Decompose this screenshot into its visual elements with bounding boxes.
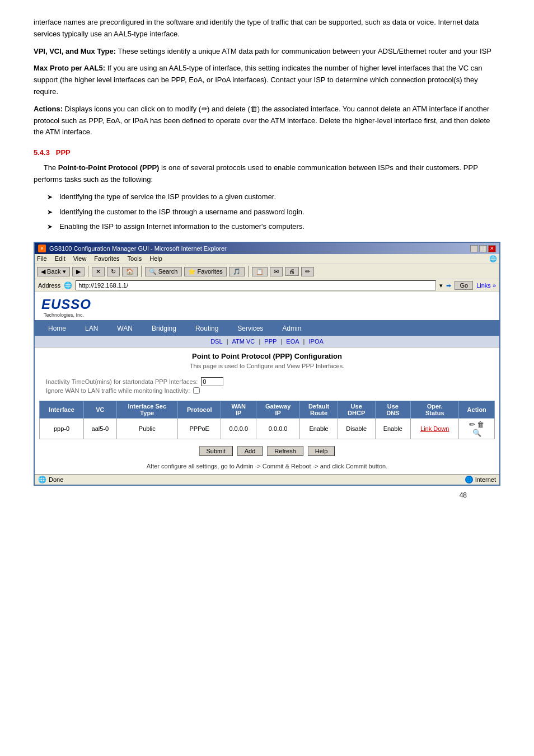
internet-zone: 🌐 Internet: [465, 476, 496, 483]
section-intro: The Point-to-Point Protocol (PPP) is one…: [34, 162, 500, 186]
col-wan-ip: WANIP: [221, 401, 256, 419]
browser-toolbar: ◀ Back ▾ ▶ ✕ ↻ 🏠 🔍 Search ⭐ Favorites 🎵 …: [35, 264, 499, 279]
cell-sec-type: Public: [116, 419, 177, 439]
go-button[interactable]: Go: [455, 281, 473, 290]
para4-rest: Displays icons you can click on to modif…: [34, 105, 490, 137]
bullet-arrow-icon: ➤: [47, 222, 53, 232]
paragraph-3: Max Proto per AAL5: If you are using an …: [34, 63, 500, 97]
menu-file[interactable]: File: [37, 255, 47, 262]
delete-action-button[interactable]: 🗑: [477, 420, 484, 429]
cell-action: ✏ 🗑 🔍: [459, 419, 495, 439]
maximize-button[interactable]: □: [479, 245, 487, 252]
footer-note: After configure all settings, go to Admi…: [35, 461, 499, 474]
search-button[interactable]: 🔍 Search: [145, 267, 182, 276]
col-interface: Interface: [40, 401, 84, 419]
help-button[interactable]: Help: [308, 446, 335, 456]
edit-button[interactable]: ✏: [301, 267, 314, 276]
menu-tools[interactable]: Tools: [128, 255, 142, 262]
close-button[interactable]: ✕: [488, 245, 496, 252]
paragraph-2: VPI, VCI, and Mux Type: These settings i…: [34, 46, 500, 58]
address-bar: Address 🌐 ▾ ➡ Go Links »: [35, 279, 499, 292]
dropdown-arrow-icon[interactable]: ▾: [439, 282, 443, 289]
table-row: ppp-0 aal5-0 Public PPPoE 0.0.0.0 0.0.0.…: [40, 419, 495, 439]
ie-icon: e: [38, 245, 46, 252]
inactivity-label: Inactivity TimeOut(mins) for startondata…: [46, 378, 198, 385]
address-input[interactable]: [76, 280, 436, 290]
form-section: Inactivity TimeOut(mins) for startondata…: [35, 374, 499, 398]
detail-action-button[interactable]: 🔍: [472, 429, 481, 437]
browser-titlebar: e GS8100 Configuration Manager GUI - Mic…: [35, 243, 499, 254]
nav-bridging[interactable]: Bridging: [143, 321, 185, 336]
bullet-list: ➤ Identifying the type of service the IS…: [34, 191, 500, 233]
subnav-dsl[interactable]: DSL: [210, 338, 222, 345]
zone-label: Internet: [475, 476, 496, 483]
mail-button[interactable]: ✉: [270, 267, 283, 276]
links-label[interactable]: Links »: [476, 282, 496, 289]
nav-services[interactable]: Services: [228, 321, 272, 336]
inactivity-input[interactable]: [201, 377, 223, 386]
browser-statusbar: 🌐 Done 🌐 Internet: [35, 474, 499, 485]
page-subtitle: This page is used to Configure and View …: [39, 363, 495, 369]
window-controls[interactable]: _ □ ✕: [470, 245, 496, 252]
nav-admin[interactable]: Admin: [273, 321, 310, 336]
ppp-table: Interface VC Interface SecType Protocol …: [39, 401, 495, 439]
browser-menubar: File Edit View Favorites Tools Help 🌐: [35, 254, 499, 264]
ignore-wan-checkbox[interactable]: [193, 387, 200, 394]
favorites-button[interactable]: ⭐ Favorites: [184, 267, 227, 276]
table-header-row: Interface VC Interface SecType Protocol …: [40, 401, 495, 419]
history-button[interactable]: 📋: [252, 267, 268, 276]
menu-help[interactable]: Help: [149, 255, 162, 262]
refresh-table-button[interactable]: Refresh: [267, 446, 303, 456]
para2-rest: These settings identify a unique ATM dat…: [116, 47, 491, 55]
cell-use-dns: Enable: [375, 419, 410, 439]
col-vc: VC: [84, 401, 117, 419]
cell-default-route: Enable: [300, 419, 338, 439]
print-button[interactable]: 🖨: [285, 267, 299, 276]
stop-button[interactable]: ✕: [92, 267, 105, 276]
section-heading: 5.4.3 PPP: [34, 148, 500, 157]
toolbar-separator: [88, 266, 88, 277]
address-icon: 🌐: [64, 281, 72, 289]
col-protocol: Protocol: [178, 401, 221, 419]
link-down-status: Link Down: [420, 425, 449, 432]
refresh-button[interactable]: ↻: [107, 267, 120, 276]
list-item: ➤ Identifying the customer to the ISP th…: [34, 206, 500, 218]
list-item: ➤ Identifying the type of service the IS…: [34, 191, 500, 203]
subnav-sep: |: [259, 338, 260, 345]
menu-edit[interactable]: Edit: [55, 255, 65, 262]
browser-title: GS8100 Configuration Manager GUI - Micro…: [49, 245, 227, 252]
nav-lan[interactable]: LAN: [76, 321, 107, 336]
col-sec-type: Interface SecType: [116, 401, 177, 419]
subnav-ppp[interactable]: PPP: [264, 338, 277, 345]
cell-vc: aal5-0: [84, 419, 117, 439]
menu-favorites[interactable]: Favorites: [94, 255, 119, 262]
toolbar-separator: [141, 266, 142, 277]
nav-wan[interactable]: WAN: [108, 321, 142, 336]
col-default-route: DefaultRoute: [300, 401, 338, 419]
subnav-atm-vc[interactable]: ATM VC: [232, 338, 255, 345]
nav-routing[interactable]: Routing: [186, 321, 227, 336]
router-header: EUSSO Technologies, Inc.: [35, 292, 499, 321]
cell-interface: ppp-0: [40, 419, 84, 439]
col-oper-status: Oper.Status: [411, 401, 459, 419]
back-button[interactable]: ◀ Back ▾: [37, 267, 70, 276]
ignore-wan-label: Ignore WAN to LAN traffic while monitori…: [46, 387, 190, 394]
add-button[interactable]: Add: [237, 446, 263, 456]
col-action: Action: [459, 401, 495, 419]
router-ui: EUSSO Technologies, Inc. Home LAN WAN Br…: [35, 292, 499, 474]
subnav-ipoa[interactable]: IPOA: [309, 338, 324, 345]
submit-button[interactable]: Submit: [199, 446, 233, 456]
subnav-eoa[interactable]: EOA: [286, 338, 299, 345]
nav-home[interactable]: Home: [39, 321, 75, 336]
edit-action-button[interactable]: ✏: [469, 420, 475, 429]
media-button[interactable]: 🎵: [229, 267, 245, 276]
browser-window: e GS8100 Configuration Manager GUI - Mic…: [34, 242, 500, 486]
status-left: 🌐 Done: [38, 476, 63, 483]
minimize-button[interactable]: _: [470, 245, 478, 252]
forward-button[interactable]: ▶: [72, 267, 85, 276]
home-button[interactable]: 🏠: [122, 267, 138, 276]
menu-view[interactable]: View: [73, 255, 87, 262]
col-use-dns: UseDNS: [375, 401, 410, 419]
status-text: Done: [49, 476, 63, 483]
page-number: 48: [34, 491, 500, 499]
